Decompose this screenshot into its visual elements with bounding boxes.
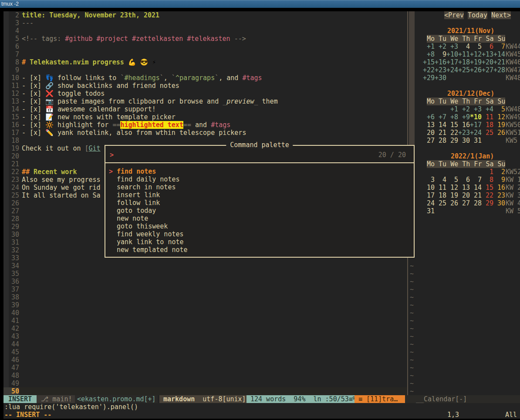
calendar-day[interactable]: 16 (493, 184, 505, 192)
calendar-day[interactable]: 4 (458, 43, 470, 50)
calendar-day[interactable]: +17 (470, 121, 482, 129)
calendar-day[interactable]: +19 (470, 58, 482, 66)
calendar-day[interactable]: 26 (493, 129, 505, 137)
calendar-day[interactable]: +23 (458, 129, 470, 137)
calendar-day[interactable]: +30 (435, 74, 446, 82)
calendar-day[interactable]: +14 (493, 50, 505, 58)
calendar-day[interactable]: 25 (482, 129, 493, 137)
calendar-day[interactable]: +2 (458, 105, 470, 113)
calendar-day[interactable]: 28 (435, 137, 446, 144)
calendar-day[interactable]: 9 (435, 50, 446, 58)
calendar-nav-today[interactable]: Today (468, 11, 487, 19)
calendar-day[interactable]: +20 (482, 58, 493, 66)
calendar-day[interactable]: +2 (435, 43, 446, 50)
editor-line-18[interactable]: 18 (3, 137, 407, 144)
editor-line-41[interactable]: 41 (3, 317, 407, 325)
calendar-day[interactable]: 7 (493, 43, 505, 50)
editor-line-47[interactable]: 47 (3, 364, 407, 372)
calendar-day[interactable]: +23 (435, 66, 446, 74)
calendar-day[interactable]: +3 (470, 105, 482, 113)
calendar-day[interactable]: +15 (423, 58, 435, 66)
editor-line-6[interactable]: 6 (3, 43, 407, 50)
calendar-day[interactable]: +24 (446, 66, 458, 74)
editor-line-16[interactable]: 16- [x] 🔆 highlight for ==highlighted te… (3, 121, 407, 129)
calendar-day[interactable]: +9 (458, 113, 470, 121)
calendar-day[interactable]: 5 (470, 43, 482, 50)
calendar-day[interactable]: 27 (458, 199, 470, 207)
palette-item[interactable]: find weekly notes (105, 230, 414, 238)
calendar-day[interactable]: 29 (482, 199, 493, 207)
calendar-day[interactable]: 10 (423, 184, 435, 192)
editor-line-34[interactable]: 34 (3, 262, 407, 270)
calendar-day[interactable]: 20 (423, 129, 435, 137)
calendar-day[interactable]: 25 (435, 199, 446, 207)
calendar-day[interactable]: 6 (482, 43, 493, 50)
calendar-day[interactable]: 21 (435, 129, 446, 137)
palette-item[interactable]: search in notes (105, 183, 414, 191)
calendar-day[interactable]: 23 (493, 192, 505, 199)
calendar-day[interactable]: 18 (482, 121, 493, 129)
calendar-day[interactable]: +12 (470, 50, 482, 58)
calendar-nav-prev[interactable]: <Prev (444, 11, 464, 19)
calendar-day[interactable]: +6 (423, 113, 435, 121)
palette-item[interactable]: insert link (105, 191, 414, 199)
calendar-day[interactable]: 11 (435, 184, 446, 192)
palette-item[interactable]: new templated note (105, 246, 414, 254)
editor-line-4[interactable]: 4 (3, 27, 407, 35)
palette-item[interactable]: follow link (105, 199, 414, 207)
editor-line-44[interactable]: 44 (3, 340, 407, 348)
calendar-day[interactable]: +8 (423, 50, 435, 58)
palette-item[interactable]: goto today (105, 207, 414, 215)
calendar-day[interactable]: 19 (493, 121, 505, 129)
command-line[interactable]: :lua require('telekasten').panel() (4, 403, 138, 411)
editor-line-45[interactable]: 45 (3, 348, 407, 356)
calendar-day[interactable]: +13 (482, 50, 493, 58)
calendar-day[interactable]: 17 (423, 192, 435, 199)
calendar-day[interactable]: +4 (482, 105, 493, 113)
editor-line-39[interactable]: 39 (3, 301, 407, 309)
calendar-day[interactable]: 15 (446, 121, 458, 129)
palette-prompt-caret[interactable]: > (110, 151, 114, 159)
calendar-day[interactable]: +16 (435, 58, 446, 66)
calendar-day[interactable]: +21 (493, 58, 505, 66)
calendar-day[interactable]: 22 (446, 129, 458, 137)
calendar-day[interactable]: 21 (470, 192, 482, 199)
palette-item[interactable]: yank link to note (105, 238, 414, 246)
editor-line-8[interactable]: 8# Telekasten.nvim progress 💪 😎 ⚡ (3, 58, 407, 66)
palette-item[interactable]: goto thisweek (105, 222, 414, 230)
calendar-day[interactable]: +11 (458, 50, 470, 58)
calendar-day[interactable]: +29 (423, 74, 435, 82)
editor-line-11[interactable]: 11- [x] 🔗 show backlinks and friend note… (3, 82, 407, 90)
calendar-day[interactable]: 5 (446, 176, 458, 184)
calendar-day[interactable]: 18 (435, 192, 446, 199)
calendar-day[interactable]: 13 (458, 184, 470, 192)
editor-line-49[interactable]: 49 (3, 380, 407, 387)
calendar-day[interactable]: +26 (470, 66, 482, 74)
calendar-day[interactable]: 28 (470, 199, 482, 207)
calendar-day[interactable]: 6 (458, 176, 470, 184)
editor-line-42[interactable]: 42 (3, 325, 407, 333)
calendar-day[interactable]: 8 (482, 176, 493, 184)
editor-line-9[interactable]: 9 (3, 66, 407, 74)
calendar-day[interactable]: 5 (493, 105, 505, 113)
calendar-day[interactable]: +17 (446, 58, 458, 66)
editor-line-43[interactable]: 43 (3, 333, 407, 340)
calendar-day[interactable]: 14 (470, 184, 482, 192)
calendar-day[interactable]: +7 (435, 113, 446, 121)
editor-line-40[interactable]: 40 (3, 309, 407, 317)
calendar-day[interactable]: 12 (446, 184, 458, 192)
calendar-day[interactable]: 29 (446, 137, 458, 144)
editor-line-46[interactable]: 46 (3, 356, 407, 364)
calendar-day[interactable]: +8 (446, 113, 458, 121)
editor-line-38[interactable]: 38 (3, 293, 407, 301)
calendar-day[interactable]: +1 (423, 43, 435, 50)
calendar-day[interactable]: 22 (482, 192, 493, 199)
editor-line-15[interactable]: 15- [x] 📝 new notes with template picker (3, 113, 407, 121)
calendar-day[interactable]: +10 (446, 50, 458, 58)
calendar-day[interactable]: 20 (458, 192, 470, 199)
calendar-day[interactable]: +28 (493, 66, 505, 74)
editor-line-7[interactable]: 7 (3, 50, 407, 58)
calendar-day[interactable]: 7 (470, 176, 482, 184)
editor-line-37[interactable]: 37 (3, 286, 407, 293)
calendar-nav-next[interactable]: Next> (491, 11, 511, 19)
